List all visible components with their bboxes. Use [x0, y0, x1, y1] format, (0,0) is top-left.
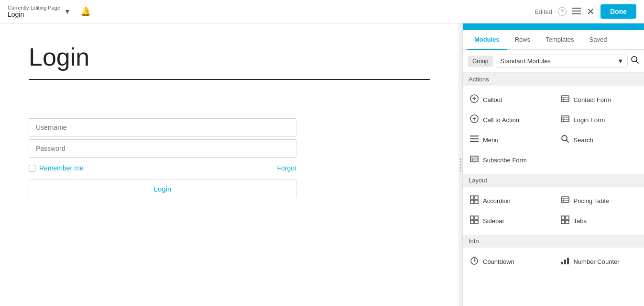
module-callout[interactable]: Callout	[463, 90, 554, 110]
section-header-info: Info	[463, 235, 644, 248]
svg-rect-44	[561, 262, 563, 264]
divider	[29, 79, 430, 80]
section-header-layout: Layout	[463, 174, 644, 187]
username-input[interactable]	[29, 118, 296, 136]
pricing-table-icon	[560, 195, 570, 206]
drag-dot	[460, 161, 461, 163]
login-form-area: Remember me Forgot Login	[29, 118, 296, 198]
number-counter-icon	[560, 256, 570, 267]
module-pricing-table[interactable]: Pricing Table	[554, 191, 644, 211]
done-button[interactable]: Done	[600, 4, 636, 19]
svg-rect-38	[561, 220, 565, 224]
tab-modules[interactable]: Modules	[467, 30, 507, 50]
tab-rows[interactable]: Rows	[507, 30, 538, 50]
svg-rect-37	[566, 216, 569, 219]
module-login-form-label: Login Form	[574, 116, 605, 124]
search-button[interactable]	[631, 56, 639, 67]
currently-editing-label: Currently Editing Page	[8, 5, 60, 11]
module-tabs-label: Tabs	[574, 217, 587, 225]
module-menu-label: Menu	[483, 136, 499, 144]
modules-dropdown-value: Standard Modules	[500, 57, 551, 65]
panel-indicator-bar	[463, 23, 644, 30]
svg-rect-39	[566, 220, 569, 224]
call-to-action-icon	[469, 114, 479, 125]
list-icon[interactable]	[572, 7, 581, 17]
module-sidebar[interactable]: Sidebar	[463, 211, 554, 231]
svg-rect-20	[470, 156, 478, 162]
subscribe-form-icon	[469, 155, 479, 165]
svg-rect-24	[470, 196, 474, 199]
module-login-form[interactable]: Login Form	[554, 110, 644, 130]
remember-me-label[interactable]: Remember me	[29, 164, 84, 172]
bell-icon[interactable]: 🔔	[80, 6, 91, 17]
top-bar-left: Currently Editing Page Login ▼ 🔔	[8, 5, 91, 18]
edited-status-label: Edited	[535, 8, 552, 15]
module-search[interactable]: Search	[554, 130, 644, 150]
remember-me-checkbox[interactable]	[29, 165, 35, 171]
help-icon[interactable]: ?	[558, 7, 567, 16]
module-search-label: Search	[574, 136, 593, 144]
info-grid: Countdown Number Counter	[463, 248, 644, 275]
svg-rect-1	[572, 11, 581, 11]
contact-form-icon	[560, 94, 570, 105]
svg-rect-35	[475, 220, 478, 224]
login-form-icon	[560, 114, 570, 125]
group-button[interactable]: Group	[468, 56, 493, 67]
svg-rect-28	[561, 197, 569, 203]
module-call-to-action-label: Call to Action	[483, 116, 519, 124]
svg-rect-16	[470, 138, 479, 139]
search-module-icon	[560, 135, 570, 145]
modules-dropdown[interactable]: Standard Modules ▼	[496, 55, 628, 68]
svg-rect-45	[564, 260, 566, 264]
tab-templates[interactable]: Templates	[538, 30, 581, 50]
right-panel: Modules Rows Templates Saved Group Stand…	[462, 23, 644, 306]
svg-rect-27	[475, 200, 478, 204]
main-area: Login Remember me Forgot Login	[0, 23, 644, 306]
panel-wrapper: Modules Rows Templates Saved Group Stand…	[458, 23, 644, 306]
svg-rect-11	[561, 116, 569, 122]
form-options-row: Remember me Forgot	[29, 164, 296, 172]
module-countdown[interactable]: Countdown	[463, 251, 554, 272]
svg-line-4	[636, 61, 639, 64]
module-countdown-label: Countdown	[483, 258, 514, 265]
tabs-icon	[560, 215, 570, 226]
countdown-icon	[469, 256, 479, 267]
module-contact-form[interactable]: Contact Form	[554, 90, 644, 110]
accordion-icon	[469, 195, 479, 206]
panel-triangle-indicator	[548, 24, 559, 30]
svg-rect-6	[561, 96, 569, 102]
chevron-down-icon[interactable]: ▼	[64, 8, 71, 15]
drag-dot	[460, 170, 461, 171]
drag-handle[interactable]	[458, 23, 462, 306]
sidebar-icon	[469, 215, 479, 226]
canvas: Login Remember me Forgot Login	[0, 23, 458, 306]
module-accordion-label: Accordion	[483, 197, 511, 204]
svg-rect-32	[470, 216, 474, 219]
drag-dot	[460, 164, 461, 166]
tab-saved[interactable]: Saved	[582, 30, 615, 50]
module-pricing-table-label: Pricing Table	[574, 197, 609, 204]
drag-dots	[460, 159, 461, 171]
layout-grid: Accordion Pricing Table Side	[463, 187, 644, 235]
drag-dot	[460, 167, 461, 169]
page-label: Currently Editing Page Login	[8, 5, 60, 18]
module-accordion[interactable]: Accordion	[463, 191, 554, 211]
section-header-actions: Actions	[463, 73, 644, 86]
module-call-to-action[interactable]: Call to Action	[463, 110, 554, 130]
svg-rect-17	[470, 141, 479, 142]
svg-rect-34	[470, 220, 474, 224]
login-button[interactable]: Login	[29, 180, 296, 198]
forgot-link[interactable]: Forgot	[277, 164, 296, 172]
module-subscribe-form[interactable]: Subscribe Form	[463, 150, 554, 170]
password-input[interactable]	[29, 139, 296, 158]
dropdown-chevron-icon: ▼	[617, 57, 623, 65]
close-icon[interactable]: ✕	[587, 6, 595, 17]
page-name-label: Login	[8, 11, 60, 18]
actions-grid: Callout Contact Form Call to	[463, 86, 644, 174]
panel-search-row: Group Standard Modules ▼	[463, 50, 644, 73]
svg-rect-33	[475, 216, 478, 219]
module-number-counter[interactable]: Number Counter	[554, 251, 644, 272]
module-contact-form-label: Contact Form	[574, 96, 611, 103]
module-menu[interactable]: Menu	[463, 130, 554, 150]
module-tabs[interactable]: Tabs	[554, 211, 644, 231]
